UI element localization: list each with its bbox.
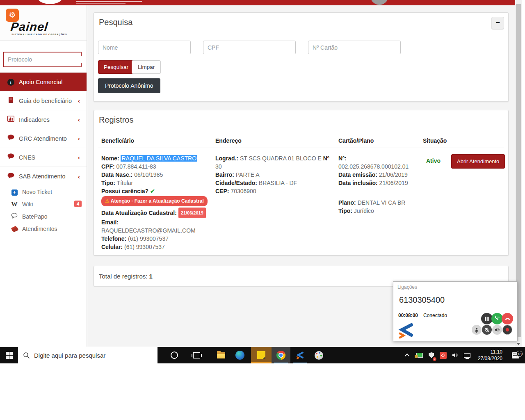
chevron-left-icon: ‹ [78,116,80,123]
beneficiary-cell: Nome: RAQUEL DA SILVA CASTRO CPF: 007.88… [101,154,213,251]
topbar-text-decoration [76,3,126,4]
paint-button[interactable] [309,347,328,363]
sidebar-item-label: Apoio Comercial [19,79,62,85]
clock-time: 11:10 [491,349,502,355]
task-view-icon [193,352,200,358]
total-count: 1 [149,273,153,280]
transfer-call-button[interactable] [491,313,503,324]
softphone-button[interactable] [290,347,309,363]
column-header-endereco: Endereço [215,137,242,144]
taskbar-search[interactable]: Digite aqui para pesquisar [18,347,158,363]
call-number: 6130305400 [399,295,445,305]
records-table-header: Beneficíário Endereço Cartão/Plano Situa… [98,136,504,148]
hangup-button[interactable] [502,313,513,324]
sidebar-subitem-batepapo[interactable]: BatePapo [0,210,87,223]
wiki-w-icon: W [11,201,18,208]
collapse-panel-button[interactable]: − [491,17,504,29]
status-cell: Ativo Abrir Atendimento [423,154,509,169]
wiki-count-badge: 4 [74,201,82,207]
address-cell: Lograd.: ST SCS QUADRA 01 BLOCO E Nº 30 … [215,154,331,195]
file-explorer-button[interactable] [212,347,231,363]
topbar-logo-partial [37,0,63,4]
chevron-left-icon: ‹ [78,135,80,142]
card-plan-divider [338,193,416,193]
scrollbar-down-arrow[interactable] [517,343,520,345]
sidebar-item-guia-beneficiario[interactable]: Guia do beneficiário ‹ [0,91,87,110]
comment-icon [7,135,15,142]
sidebar-subitem-atendimentos[interactable]: Atendimentos [0,223,87,235]
sticky-notes-button[interactable] [251,347,272,363]
sidebar-subitem-novo-ticket[interactable]: + Novo Ticket [0,186,87,198]
sidebar-subitem-wiki[interactable]: W Wiki 4 [0,198,87,210]
conference-button[interactable] [472,325,482,335]
mute-button[interactable] [482,325,492,335]
beneficiary-name-line: Nome: RAQUEL DA SILVA CASTRO [101,154,213,162]
email-value: RAQUELDECASTRO@GMAIL.COM [101,226,213,235]
records-panel: Registros Beneficíário Endereço Cartão/P… [94,110,509,256]
app-logo: ⚙ Painel SISTEMA UNIFICADO DE OPERAÇÕES [0,5,87,41]
remote-app-tray-icon[interactable] [415,350,424,361]
notifications-button[interactable]: 13 [509,352,523,358]
card-number-field[interactable] [308,41,401,54]
search-button[interactable]: Pesquisar [98,60,134,74]
speaker-icon [495,327,500,332]
volume-tray-icon[interactable] [451,350,460,361]
task-view-button[interactable] [187,347,206,363]
chat-outline-icon [11,213,18,220]
system-tray: × 11:10 27/08/2020 13 [403,347,525,363]
chevron-up-icon [405,354,409,358]
call-duration: 00:08:00 [398,313,418,318]
clear-button[interactable]: Limpar [132,60,161,74]
sidebar-subitem-label: Wiki [22,201,33,208]
edge-button[interactable] [231,347,249,363]
update-date-badge: 21/06/2019 [178,208,206,218]
call-status: Conectado [423,313,447,318]
chevron-left-icon: ‹ [78,97,80,104]
cpf-field[interactable] [203,41,296,54]
sidebar-item-grc-atendimento[interactable]: GRC Atendimento ‹ [0,129,87,148]
anonymous-protocol-button[interactable]: Protocolo Anônimo [98,78,160,93]
protocol-search-box[interactable] [3,52,82,67]
edge-icon [235,351,244,360]
search-panel: Pesquisa − Pesquisar Limpar Protocolo An… [94,12,509,102]
top-red-bar [0,0,515,5]
start-button[interactable] [0,347,18,363]
cortana-icon [171,352,178,359]
check-icon: ✔ [150,188,155,194]
network-tray-icon[interactable] [463,350,472,361]
security-shield-tray-icon[interactable]: × [427,350,436,361]
app-logo-subtitle: SISTEMA UNIFICADO DE OPERAÇÕES [11,33,67,36]
selected-name-text: RAQUEL DA SILVA CASTRO [121,155,197,162]
sidebar-item-sab-atendimento[interactable]: SAB Atendimento ‹ [0,167,87,186]
paint-icon [315,351,323,360]
records-table: Beneficíário Endereço Cartão/Plano Situa… [98,136,504,251]
notification-count-badge: 13 [516,351,523,357]
table-row: Nome: RAQUEL DA SILVA CASTRO CPF: 007.88… [98,148,504,251]
name-field[interactable] [98,41,191,54]
sidebar-item-cnes[interactable]: CNES ‹ [0,148,87,167]
comment-icon [7,173,15,180]
plus-square-icon: + [11,188,18,196]
avatar[interactable] [370,0,388,5]
red-app-tray-icon[interactable] [439,350,448,361]
record-icon [505,327,510,332]
column-header-situacao: Situação [423,137,447,144]
warning-triangle-icon: ⚠ [105,198,110,204]
speaker-button[interactable] [492,325,502,335]
open-attendance-button[interactable]: Abrir Atendimento [451,154,505,169]
sidebar-item-apoio-comercial[interactable]: i Apoio Comercial [0,73,87,91]
cortana-button[interactable] [165,347,184,363]
protocol-search-input[interactable] [4,56,86,63]
chrome-button[interactable] [272,347,290,363]
pause-button[interactable] [481,313,493,324]
taskbar-search-placeholder: Digite aqui para pesquisar [34,352,105,359]
status-badge: Ativo [426,157,441,165]
screen: ⚙ Painel SISTEMA UNIFICADO DE OPERAÇÕES … [0,0,525,420]
tray-expand-button[interactable] [403,350,412,361]
search-panel-title: Pesquisa [99,18,132,27]
sidebar-item-indicadores[interactable]: Indicadores ‹ [0,110,87,129]
softphone-icon [295,351,304,360]
clock[interactable]: 11:10 27/08/2020 [475,349,506,362]
sticky-notes-icon [257,351,265,359]
record-button[interactable] [502,325,512,335]
